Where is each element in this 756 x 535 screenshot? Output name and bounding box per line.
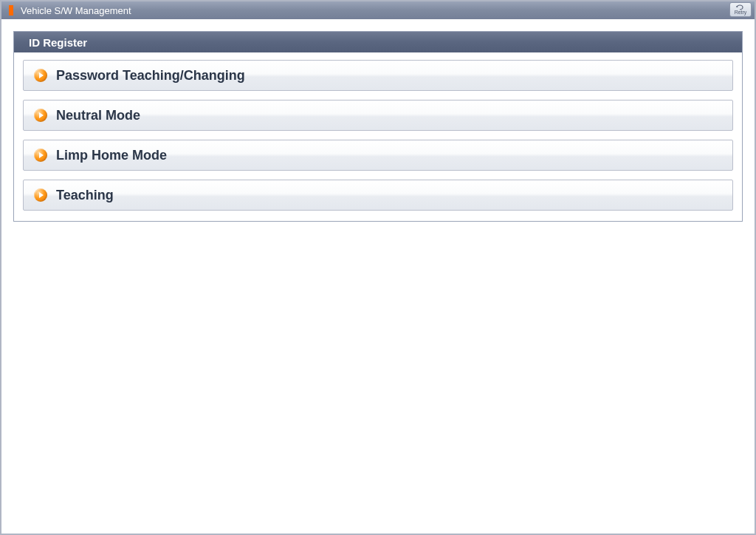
content-area: ID Register Password Teaching/Changing N…	[1, 19, 755, 534]
id-register-panel: ID Register Password Teaching/Changing N…	[13, 31, 743, 222]
titlebar: Vehicle S/W Management Retry	[1, 1, 755, 19]
panel-header: ID Register	[14, 32, 742, 52]
retry-button-label: Retry	[735, 10, 747, 15]
menu-item-label: Password Teaching/Changing	[56, 68, 245, 84]
panel-title: ID Register	[29, 36, 87, 49]
panel-body: Password Teaching/Changing Neutral Mode …	[14, 52, 742, 221]
menu-item-label: Neutral Mode	[56, 108, 140, 123]
window-title: Vehicle S/W Management	[21, 5, 131, 16]
title-marker-icon	[9, 5, 13, 16]
menu-item-limp-home-mode[interactable]: Limp Home Mode	[23, 140, 733, 171]
arrow-right-icon	[34, 188, 47, 202]
menu-item-label: Limp Home Mode	[56, 148, 167, 163]
menu-item-password-teaching[interactable]: Password Teaching/Changing	[23, 60, 733, 91]
menu-item-teaching[interactable]: Teaching	[23, 180, 733, 211]
arrow-right-icon	[34, 69, 47, 82]
arrow-right-icon	[34, 149, 47, 162]
menu-item-label: Teaching	[56, 188, 114, 203]
retry-button[interactable]: Retry	[729, 2, 752, 17]
app-window: Vehicle S/W Management Retry ID Register…	[0, 0, 756, 535]
menu-item-neutral-mode[interactable]: Neutral Mode	[23, 100, 733, 131]
arrow-right-icon	[34, 109, 47, 122]
